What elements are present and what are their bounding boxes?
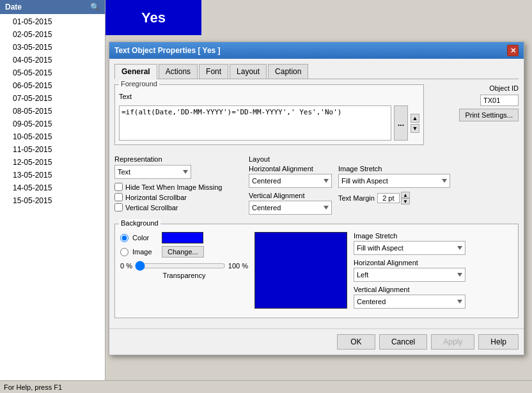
list-item[interactable]: 15-05-2015 bbox=[0, 194, 105, 207]
status-bar: For Help, press F1 bbox=[0, 380, 532, 393]
color-radio-label: Color bbox=[132, 234, 158, 242]
dialog-titlebar: Text Object Properties [ Yes ] ✕ bbox=[109, 42, 524, 59]
margin-increment-button[interactable]: ▲ bbox=[401, 192, 410, 198]
bg-horiz-align-label: Horizontal Alignment bbox=[354, 259, 513, 266]
tab-actions[interactable]: Actions bbox=[159, 64, 198, 79]
background-section: Background Color Image Change... bbox=[114, 224, 519, 318]
bg-vertical-alignment-select[interactable]: Centered bbox=[354, 295, 465, 309]
vertical-alignment-select[interactable]: Centered bbox=[249, 201, 332, 215]
text-formula-input[interactable] bbox=[119, 105, 391, 141]
object-id-input[interactable] bbox=[480, 95, 519, 106]
close-button[interactable]: ✕ bbox=[507, 45, 519, 56]
hundred-pct-label: 100 % bbox=[228, 262, 248, 270]
sidebar-header: Date 🔍 bbox=[0, 0, 105, 14]
zero-pct-label: 0 % bbox=[120, 262, 132, 270]
list-item[interactable]: 12-05-2015 bbox=[0, 156, 105, 169]
bg-horizontal-alignment-select[interactable]: Left bbox=[354, 268, 465, 282]
list-item[interactable]: 04-05-2015 bbox=[0, 54, 105, 66]
horiz-align-label: Horizontal Alignment bbox=[249, 165, 332, 173]
bg-vert-align-label: Vertical Alignment bbox=[354, 286, 513, 293]
vertical-scroll-checkbox[interactable] bbox=[114, 203, 123, 212]
list-item[interactable]: 03-05-2015 bbox=[0, 41, 105, 54]
background-preview bbox=[254, 232, 347, 309]
tab-caption[interactable]: Caption bbox=[268, 64, 308, 79]
list-item[interactable]: 07-05-2015 bbox=[0, 92, 105, 105]
dialog-tabs: General Actions Font Layout Caption bbox=[114, 64, 519, 79]
list-item[interactable]: 14-05-2015 bbox=[0, 181, 105, 194]
hide-text-label: Hide Text When Image Missing bbox=[125, 183, 222, 191]
hide-text-checkbox[interactable] bbox=[114, 183, 123, 191]
bg-image-stretch-label: Image Stretch bbox=[354, 232, 513, 240]
list-item[interactable]: 02-05-2015 bbox=[0, 28, 105, 41]
dialog-body: General Actions Font Layout Caption Fore… bbox=[109, 59, 524, 328]
margin-decrement-button[interactable]: ▼ bbox=[401, 198, 410, 204]
color-swatch[interactable] bbox=[162, 232, 203, 243]
bg-image-stretch-select[interactable]: Fill with Aspect bbox=[354, 241, 465, 255]
horizontal-scroll-label: Horizontal Scrollbar bbox=[125, 194, 187, 201]
foreground-label: Foreground bbox=[119, 80, 159, 88]
tab-layout[interactable]: Layout bbox=[230, 64, 267, 79]
sidebar-title: Date bbox=[5, 3, 22, 12]
date-list: 01-05-2015 02-05-2015 03-05-2015 04-05-2… bbox=[0, 14, 105, 208]
scroll-down-button[interactable]: ▼ bbox=[411, 124, 419, 133]
list-item[interactable]: 01-05-2015 bbox=[0, 15, 105, 28]
list-item[interactable]: 06-05-2015 bbox=[0, 79, 105, 92]
bg-right-options: Image Stretch Fill with Aspect Horizonta… bbox=[354, 232, 513, 312]
scroll-buttons: ▲ ▼ bbox=[411, 105, 419, 141]
text-object-properties-dialog: Text Object Properties [ Yes ] ✕ General… bbox=[109, 42, 524, 355]
list-item[interactable]: 10-05-2015 bbox=[0, 130, 105, 143]
change-image-button[interactable]: Change... bbox=[162, 246, 204, 258]
cancel-button[interactable]: Cancel bbox=[379, 334, 427, 350]
color-radio[interactable] bbox=[120, 234, 129, 242]
apply-button[interactable]: Apply bbox=[431, 334, 474, 350]
transparency-slider[interactable] bbox=[135, 261, 226, 270]
image-radio-label: Image bbox=[132, 248, 158, 256]
app-sidebar: Date 🔍 01-05-2015 02-05-2015 03-05-2015 … bbox=[0, 0, 106, 393]
representation-label: Representation bbox=[114, 155, 242, 163]
dialog-footer: OK Cancel Apply Help bbox=[109, 328, 524, 355]
ok-button[interactable]: OK bbox=[337, 334, 375, 350]
dialog-title: Text Object Properties [ Yes ] bbox=[114, 46, 221, 55]
list-item[interactable]: 08-05-2015 bbox=[0, 105, 105, 118]
background-label: Background bbox=[119, 219, 160, 227]
text-margin-label: Text Margin bbox=[338, 194, 375, 202]
horizontal-alignment-select[interactable]: Centered bbox=[249, 174, 332, 188]
list-item[interactable]: 05-05-2015 bbox=[0, 66, 105, 79]
vertical-scroll-label: Vertical Scrollbar bbox=[125, 204, 178, 212]
tab-font[interactable]: Font bbox=[199, 64, 228, 79]
vert-align-label: Vertical Alignment bbox=[249, 192, 332, 199]
layout-label: Layout bbox=[249, 155, 519, 163]
search-icon[interactable]: 🔍 bbox=[90, 3, 100, 12]
representation-select[interactable]: Text bbox=[114, 165, 191, 179]
ellipsis-button[interactable]: ... bbox=[394, 105, 408, 141]
object-id-label: Object ID bbox=[489, 84, 519, 92]
list-item[interactable]: 09-05-2015 bbox=[0, 118, 105, 130]
print-settings-button[interactable]: Print Settings... bbox=[459, 109, 519, 121]
scroll-up-button[interactable]: ▲ bbox=[411, 114, 419, 123]
text-margin-input[interactable] bbox=[377, 193, 400, 203]
text-field-label: Text bbox=[119, 93, 419, 100]
image-stretch-select[interactable]: Fill with Aspect bbox=[338, 174, 450, 188]
yes-text: Yes bbox=[141, 10, 166, 26]
tab-general[interactable]: General bbox=[114, 64, 157, 79]
horizontal-scroll-checkbox[interactable] bbox=[114, 193, 123, 201]
image-radio[interactable] bbox=[120, 248, 129, 256]
status-text: For Help, press F1 bbox=[4, 383, 62, 391]
image-stretch-label: Image Stretch bbox=[338, 165, 450, 173]
help-button[interactable]: Help bbox=[478, 334, 519, 350]
transparency-center-label: Transparency bbox=[120, 272, 248, 279]
list-item[interactable]: 11-05-2015 bbox=[0, 143, 105, 156]
list-item[interactable]: 13-05-2015 bbox=[0, 169, 105, 181]
yes-cell: Yes bbox=[106, 0, 201, 35]
